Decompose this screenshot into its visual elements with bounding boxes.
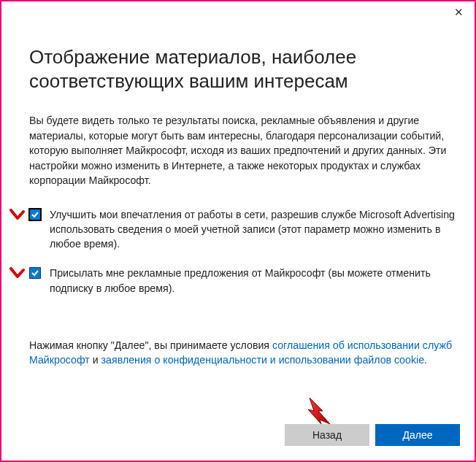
annotation-arrow-icon xyxy=(9,267,25,283)
button-row: Назад Далее xyxy=(285,424,460,446)
page-title: Отображение материалов, наиболее соответ… xyxy=(29,45,457,93)
checkbox-promotions[interactable] xyxy=(29,267,41,279)
option-advertising: Улучшить мои впечатления от работы в сет… xyxy=(29,207,457,251)
dialog-window: ✕ Отображение материалов, наиболее соотв… xyxy=(0,0,476,462)
close-icon[interactable]: ✕ xyxy=(448,4,469,20)
legal-text: Нажимая кнопку "Далее", вы принимаете ус… xyxy=(29,338,457,368)
legal-prefix: Нажимая кнопку "Далее", вы принимаете ус… xyxy=(29,339,272,351)
content: Отображение материалов, наиболее соответ… xyxy=(29,45,473,454)
link-privacy[interactable]: заявления о конфиденциальности и использ… xyxy=(101,354,424,366)
content-scroll[interactable]: Отображение материалов, наиболее соответ… xyxy=(1,23,475,461)
legal-mid: и xyxy=(90,354,101,366)
titlebar: ✕ xyxy=(1,1,475,23)
annotation-arrow-icon xyxy=(9,209,25,225)
next-button[interactable]: Далее xyxy=(375,424,460,446)
option-advertising-label: Улучшить мои впечатления от работы в сет… xyxy=(50,207,457,251)
lead-paragraph: Вы будете видеть только те результаты по… xyxy=(29,113,457,188)
back-button[interactable]: Назад xyxy=(285,424,369,446)
legal-suffix: . xyxy=(424,354,427,366)
option-promotions-label: Присылать мне рекламные предложения от М… xyxy=(50,266,457,295)
option-promotions: Присылать мне рекламные предложения от М… xyxy=(29,266,457,295)
checkbox-advertising[interactable] xyxy=(29,209,41,220)
